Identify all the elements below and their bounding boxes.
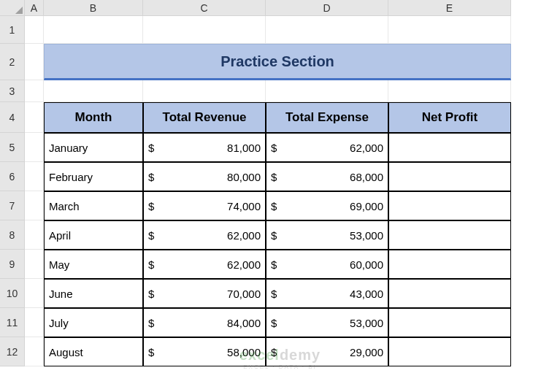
cell-profit-2[interactable] (388, 191, 511, 220)
cell-r3-c3[interactable] (143, 80, 266, 102)
title-cell[interactable]: Practice Section (44, 44, 511, 80)
cell-A11[interactable] (25, 308, 44, 337)
currency-symbol: $ (271, 258, 277, 271)
cell-expense-0[interactable]: $62,000 (266, 133, 388, 162)
cell-expense-3[interactable]: $53,000 (266, 220, 388, 250)
row-header-12[interactable]: 12 (0, 337, 25, 366)
col-header-C[interactable]: C (143, 0, 266, 16)
row-header-9[interactable]: 9 (0, 250, 25, 279)
cell-A8[interactable] (25, 220, 44, 250)
row-header-1[interactable]: 1 (0, 16, 25, 44)
cell-profit-7[interactable] (388, 337, 511, 366)
cell-A10[interactable] (25, 279, 44, 308)
col-header-E[interactable]: E (388, 0, 511, 16)
cell-revenue-7[interactable]: $58,000 (143, 337, 266, 366)
row-header-6[interactable]: 6 (0, 162, 25, 191)
row-header-3[interactable]: 3 (0, 80, 25, 102)
row-header-8[interactable]: 8 (0, 220, 25, 250)
cell-A4[interactable] (25, 102, 44, 133)
cell-expense-6[interactable]: $53,000 (266, 308, 388, 337)
cell-profit-3[interactable] (388, 220, 511, 250)
currency-symbol: $ (148, 229, 154, 242)
cell-A7[interactable] (25, 191, 44, 220)
row-header-5[interactable]: 5 (0, 133, 25, 162)
currency-symbol: $ (271, 200, 277, 212)
cell-r1-c4[interactable] (266, 16, 388, 44)
page-title: Practice Section (220, 53, 334, 70)
cell-r1-c5[interactable] (388, 16, 511, 44)
cell-month-7[interactable]: August (44, 337, 143, 366)
cell-revenue-1[interactable]: $80,000 (143, 162, 266, 191)
cell-A12[interactable] (25, 337, 44, 366)
currency-symbol: $ (148, 288, 154, 300)
cell-month-6[interactable]: July (44, 308, 143, 337)
cell-profit-1[interactable] (388, 162, 511, 191)
cell-revenue-3[interactable]: $62,000 (143, 220, 266, 250)
col-header-D[interactable]: D (266, 0, 388, 16)
currency-symbol: $ (148, 317, 154, 329)
currency-symbol: $ (271, 171, 277, 183)
cell-revenue-6[interactable]: $84,000 (143, 308, 266, 337)
cell-profit-0[interactable] (388, 133, 511, 162)
cell-expense-4[interactable]: $60,000 (266, 250, 388, 279)
currency-symbol: $ (148, 142, 154, 154)
currency-symbol: $ (271, 288, 277, 300)
currency-symbol: $ (148, 171, 154, 183)
row-header-4[interactable]: 4 (0, 102, 25, 133)
cell-A1[interactable] (25, 16, 44, 44)
row-header-11[interactable]: 11 (0, 308, 25, 337)
cell-revenue-2[interactable]: $74,000 (143, 191, 266, 220)
currency-symbol: $ (148, 346, 154, 358)
row-header-10[interactable]: 10 (0, 279, 25, 308)
header-expense[interactable]: Total Expense (266, 102, 388, 133)
currency-symbol: $ (148, 200, 154, 212)
currency-symbol: $ (271, 346, 277, 358)
col-header-B[interactable]: B (44, 0, 143, 16)
cell-expense-7[interactable]: $29,000 (266, 337, 388, 366)
currency-symbol: $ (271, 229, 277, 242)
currency-symbol: $ (271, 317, 277, 329)
header-profit[interactable]: Net Profit (388, 102, 511, 133)
row-header-7[interactable]: 7 (0, 191, 25, 220)
cell-A6[interactable] (25, 162, 44, 191)
cell-month-2[interactable]: March (44, 191, 143, 220)
cell-r3-c2[interactable] (44, 80, 143, 102)
cell-profit-6[interactable] (388, 308, 511, 337)
cell-r1-c2[interactable] (44, 16, 143, 44)
cell-A9[interactable] (25, 250, 44, 279)
cell-profit-5[interactable] (388, 279, 511, 308)
cell-A2[interactable] (25, 44, 44, 80)
cell-expense-5[interactable]: $43,000 (266, 279, 388, 308)
cell-A3[interactable] (25, 80, 44, 102)
cell-profit-4[interactable] (388, 250, 511, 279)
currency-symbol: $ (271, 142, 277, 154)
currency-symbol: $ (148, 258, 154, 271)
cell-r3-c4[interactable] (266, 80, 388, 102)
header-revenue[interactable]: Total Revenue (143, 102, 266, 133)
cell-expense-2[interactable]: $69,000 (266, 191, 388, 220)
header-month[interactable]: Month (44, 102, 143, 133)
cell-r1-c3[interactable] (143, 16, 266, 44)
cell-month-4[interactable]: May (44, 250, 143, 279)
cell-revenue-0[interactable]: $81,000 (143, 133, 266, 162)
cell-month-3[interactable]: April (44, 220, 143, 250)
select-all-corner[interactable] (0, 0, 25, 16)
cell-month-5[interactable]: June (44, 279, 143, 308)
cell-month-1[interactable]: February (44, 162, 143, 191)
row-header-2[interactable]: 2 (0, 44, 25, 80)
cell-revenue-5[interactable]: $70,000 (143, 279, 266, 308)
cell-expense-1[interactable]: $68,000 (266, 162, 388, 191)
cell-r3-c5[interactable] (388, 80, 511, 102)
cell-revenue-4[interactable]: $62,000 (143, 250, 266, 279)
cell-month-0[interactable]: January (44, 133, 143, 162)
col-header-A[interactable]: A (25, 0, 44, 16)
cell-A5[interactable] (25, 133, 44, 162)
